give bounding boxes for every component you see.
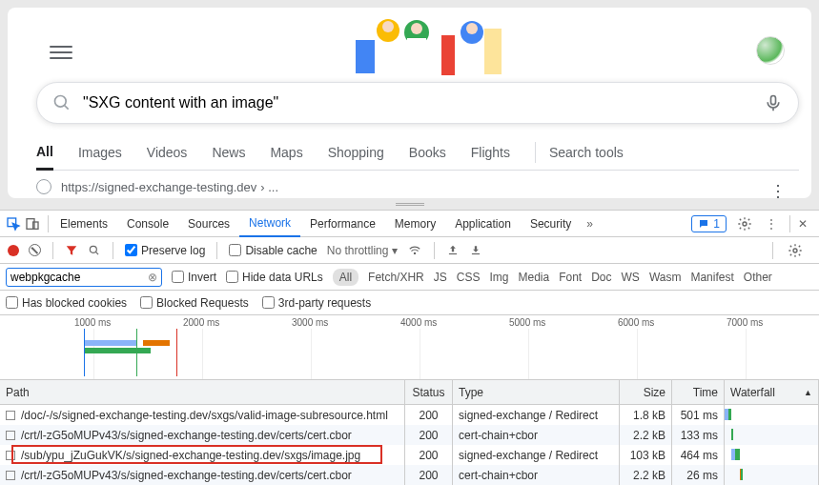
- preserve-log-checkbox[interactable]: Preserve log: [125, 244, 205, 257]
- tab-shopping[interactable]: Shopping: [328, 134, 384, 171]
- row-size: 1.8 kB: [633, 409, 665, 422]
- devtools-tab-elements[interactable]: Elements: [51, 211, 117, 237]
- profile-avatar[interactable]: [756, 36, 785, 65]
- table-row[interactable]: /doc/-/s/signed-exchange-testing.dev/sxg…: [0, 405, 819, 425]
- disable-cache-checkbox[interactable]: Disable cache: [229, 244, 317, 257]
- filter-type-ws[interactable]: WS: [622, 271, 640, 284]
- tab-videos[interactable]: Videos: [147, 134, 188, 171]
- throttling-select[interactable]: No throttling ▾: [327, 244, 399, 257]
- svg-rect-1: [356, 40, 375, 73]
- row-checkbox[interactable]: [6, 411, 15, 420]
- search-icon[interactable]: [88, 244, 101, 257]
- col-path[interactable]: Path: [0, 380, 405, 404]
- filter-type-css[interactable]: CSS: [457, 271, 481, 284]
- filter-type-img[interactable]: Img: [489, 271, 508, 284]
- search-box[interactable]: [36, 82, 799, 124]
- device-toggle-icon[interactable]: [25, 216, 40, 232]
- row-time: 26 ms: [686, 469, 718, 482]
- devtools-close-icon[interactable]: ✕: [792, 213, 813, 234]
- filter-type-media[interactable]: Media: [518, 271, 549, 284]
- col-time[interactable]: Time: [672, 380, 725, 404]
- search-icon: [52, 93, 72, 112]
- devtools-more-icon[interactable]: ⋮: [761, 213, 782, 234]
- tab-maps[interactable]: Maps: [270, 134, 302, 171]
- search-input[interactable]: [83, 94, 764, 111]
- blocked-requests-checkbox[interactable]: Blocked Requests: [140, 296, 249, 310]
- tab-all[interactable]: All: [36, 134, 53, 171]
- clear-filter-icon[interactable]: ⊗: [148, 271, 157, 284]
- hamburger-menu[interactable]: [50, 41, 72, 64]
- col-waterfall[interactable]: Waterfall▲: [725, 380, 819, 404]
- filter-type-js[interactable]: JS: [434, 271, 447, 284]
- filter-type-doc[interactable]: Doc: [591, 271, 611, 284]
- devtools-tab-console[interactable]: Console: [117, 211, 178, 237]
- tab-flights[interactable]: Flights: [471, 134, 510, 171]
- network-settings-icon[interactable]: [785, 240, 806, 261]
- devtools-tab-sources[interactable]: Sources: [178, 211, 239, 237]
- filter-type-other[interactable]: Other: [744, 271, 772, 284]
- devtools-settings-icon[interactable]: [734, 213, 755, 234]
- row-checkbox[interactable]: [6, 431, 15, 440]
- col-size[interactable]: Size: [620, 380, 672, 404]
- hide-data-urls-checkbox[interactable]: Hide data URLs: [226, 271, 323, 284]
- search-result[interactable]: https://signed-exchange-testing.dev › ..…: [36, 179, 278, 194]
- devtools-tab-security[interactable]: Security: [521, 211, 581, 237]
- devtools-tab-application[interactable]: Application: [445, 211, 521, 237]
- table-row[interactable]: /crt/l-zG5oMUPv43/s/signed-exchange-test…: [0, 465, 819, 485]
- filter-type-all[interactable]: All: [333, 269, 358, 286]
- overview-tick: 7000 ms: [727, 317, 763, 328]
- invert-checkbox[interactable]: Invert: [172, 271, 216, 284]
- google-doodle[interactable]: [346, 11, 503, 78]
- console-messages-badge[interactable]: 1: [691, 215, 727, 232]
- blocked-req-label: Blocked Requests: [156, 296, 249, 310]
- browser-chrome: All Images Videos News Maps Shopping Boo…: [8, 8, 811, 198]
- devtools-grip[interactable]: [0, 198, 819, 210]
- row-type: signed-exchange / Redirect: [459, 449, 598, 462]
- overview-tick: 2000 ms: [183, 317, 219, 328]
- filter-type-font[interactable]: Font: [559, 271, 582, 284]
- filter-input[interactable]: [10, 271, 148, 284]
- filter-type-manifest[interactable]: Manifest: [690, 271, 733, 284]
- devtools-tab-performance[interactable]: Performance: [300, 211, 385, 237]
- svg-point-11: [55, 96, 67, 108]
- throttling-label: No throttling: [327, 244, 389, 257]
- tab-books[interactable]: Books: [409, 134, 446, 171]
- filter-type-wasm[interactable]: Wasm: [649, 271, 682, 284]
- filter-icon[interactable]: [65, 244, 78, 257]
- row-time: 501 ms: [681, 409, 718, 422]
- devtools-tabs-more[interactable]: »: [581, 217, 599, 231]
- svg-rect-23: [472, 252, 480, 253]
- search-tools[interactable]: Search tools: [549, 134, 624, 171]
- tab-images[interactable]: Images: [78, 134, 122, 171]
- blocked-cookies-checkbox[interactable]: Has blocked cookies: [6, 296, 127, 310]
- row-time: 464 ms: [681, 449, 718, 462]
- col-type[interactable]: Type: [453, 380, 620, 404]
- record-icon[interactable]: [8, 245, 19, 256]
- network-overview[interactable]: 1000 ms 2000 ms 3000 ms 4000 ms 5000 ms …: [0, 315, 819, 380]
- inspect-icon[interactable]: [6, 216, 21, 232]
- col-status[interactable]: Status: [405, 380, 453, 404]
- devtools-tab-memory[interactable]: Memory: [385, 211, 445, 237]
- overview-tick: 5000 ms: [509, 317, 545, 328]
- devtools-tab-network[interactable]: Network: [239, 211, 300, 237]
- row-size: 103 kB: [630, 449, 665, 462]
- chat-icon: [698, 218, 709, 230]
- svg-point-21: [415, 252, 416, 253]
- 3rd-party-checkbox[interactable]: 3rd-party requests: [262, 296, 371, 310]
- svg-rect-5: [407, 38, 426, 61]
- network-conditions-icon[interactable]: [407, 244, 422, 257]
- filter-type-fetch[interactable]: Fetch/XHR: [368, 271, 424, 284]
- mic-icon[interactable]: [764, 93, 783, 112]
- download-har-icon[interactable]: [469, 244, 482, 257]
- msg-count: 1: [713, 217, 720, 231]
- row-checkbox[interactable]: [6, 471, 15, 480]
- upload-har-icon[interactable]: [446, 244, 460, 257]
- table-row[interactable]: /sub/ypu_jZuGukVK/s/signed-exchange-test…: [0, 445, 819, 465]
- overview-tick: 4000 ms: [400, 317, 437, 328]
- filter-input-wrapper[interactable]: ⊗: [6, 268, 162, 287]
- hide-label: Hide data URLs: [242, 271, 323, 284]
- table-row[interactable]: /crt/l-zG5oMUPv43/s/signed-exchange-test…: [0, 425, 819, 445]
- row-checkbox[interactable]: [6, 451, 15, 460]
- tab-news[interactable]: News: [212, 134, 245, 171]
- clear-icon[interactable]: [29, 244, 41, 256]
